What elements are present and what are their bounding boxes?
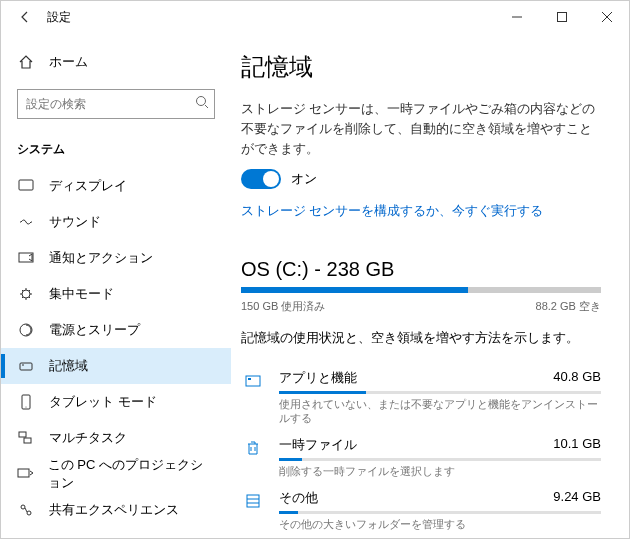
configure-sense-link[interactable]: ストレージ センサーを構成するか、今すぐ実行する [241,203,543,220]
storage-sense-toggle[interactable] [241,169,281,189]
sidebar-item-label: 記憶域 [49,357,88,375]
category-name: その他 [279,489,318,507]
category-size: 10.1 GB [553,436,601,454]
multitask-icon [17,430,35,446]
search-input[interactable] [17,89,215,119]
free-label: 88.2 GB 空き [536,299,601,314]
svg-rect-15 [246,376,260,386]
search-icon [195,95,209,109]
category-name: アプリと機能 [279,369,357,387]
svg-rect-9 [19,432,26,437]
storage-category-0[interactable]: アプリと機能40.8 GB 使用されていない、または不要なアプリと機能をアンイン… [241,361,601,428]
minimize-button[interactable] [494,1,539,33]
tablet-icon [17,394,35,410]
sidebar-item-6[interactable]: タブレット モード [1,384,231,420]
category-description: その他の大きいフォルダーを管理する [279,518,601,532]
arrow-left-icon [18,10,32,24]
svg-point-13 [27,511,31,515]
toggle-state-label: オン [291,170,317,188]
svg-rect-6 [20,363,32,370]
sidebar-item-label: ディスプレイ [49,177,127,195]
close-button[interactable] [584,1,629,33]
share-icon [17,502,35,518]
storage-icon [17,358,35,374]
category-label: システム [1,131,231,168]
svg-rect-11 [18,469,29,477]
category-size: 9.24 GB [553,489,601,507]
svg-rect-2 [19,180,33,190]
svg-point-1 [197,97,206,106]
sidebar-item-label: 通知とアクション [49,249,153,267]
display-icon [17,178,35,194]
maximize-button[interactable] [539,1,584,33]
drive-title: OS (C:) - 238 GB [241,258,601,281]
sidebar-item-label: この PC へのプロジェクション [48,456,215,492]
storage-category-3[interactable]: デスクトップ4.52 GB デスクトップ フォルダーを管理する [241,534,601,538]
sidebar: ホーム システム ディスプレイサウンド通知とアクション集中モード電源とスリープ記… [1,33,231,538]
category-description: 削除する一時ファイルを選択します [279,465,601,479]
svg-rect-17 [247,495,259,507]
svg-point-12 [21,505,25,509]
minimize-icon [512,12,522,22]
window-title: 設定 [47,9,71,26]
sidebar-item-10[interactable]: クリップボード [1,528,231,538]
back-button[interactable] [9,1,41,33]
category-size: 40.8 GB [553,369,601,387]
sidebar-item-7[interactable]: マルチタスク [1,420,231,456]
apps-icon [241,369,265,393]
storage-breakdown-description: 記憶域の使用状況と、空き領域を増やす方法を示します。 [241,330,601,347]
category-bar [279,391,601,394]
projection-icon [17,466,34,482]
used-label: 150 GB 使用済み [241,299,325,314]
focus-icon [17,286,35,302]
search-box[interactable] [17,89,215,119]
category-bar [279,458,601,461]
sidebar-item-3[interactable]: 集中モード [1,276,231,312]
sound-icon [17,214,35,230]
close-icon [602,12,612,22]
sidebar-item-4[interactable]: 電源とスリープ [1,312,231,348]
other-icon [241,489,265,513]
home-link[interactable]: ホーム [1,45,231,79]
sidebar-item-2[interactable]: 通知とアクション [1,240,231,276]
svg-point-5 [20,324,32,336]
sidebar-item-1[interactable]: サウンド [1,204,231,240]
sidebar-item-label: 集中モード [49,285,114,303]
sidebar-item-label: タブレット モード [49,393,157,411]
sidebar-item-label: 電源とスリープ [49,321,140,339]
svg-point-8 [26,407,27,408]
svg-rect-16 [248,378,251,380]
sidebar-item-label: マルチタスク [49,429,127,447]
sidebar-item-label: クリップボード [49,537,140,538]
category-description: 使用されていない、または不要なアプリと機能をアンインストールする [279,398,601,426]
notifications-icon [17,250,35,266]
page-title: 記憶域 [241,51,601,83]
sidebar-item-8[interactable]: この PC へのプロジェクション [1,456,231,492]
category-bar [279,511,601,514]
home-icon [17,54,35,70]
sidebar-item-label: 共有エクスペリエンス [49,501,179,519]
category-name: 一時ファイル [279,436,357,454]
power-icon [17,322,35,338]
main-panel: 記憶域 ストレージ センサーは、一時ファイルやごみ箱の内容などの不要なファイルを… [231,33,629,538]
storage-category-1[interactable]: 一時ファイル10.1 GB 削除する一時ファイルを選択します [241,428,601,481]
trash-icon [241,436,265,460]
svg-rect-10 [24,438,31,443]
sidebar-item-label: サウンド [49,213,101,231]
sidebar-item-5[interactable]: 記憶域 [1,348,231,384]
home-label: ホーム [49,53,88,71]
sidebar-item-0[interactable]: ディスプレイ [1,168,231,204]
storage-sense-description: ストレージ センサーは、一時ファイルやごみ箱の内容などの不要なファイルを削除して… [241,99,601,159]
svg-point-4 [22,290,30,298]
storage-category-2[interactable]: その他9.24 GB その他の大きいフォルダーを管理する [241,481,601,534]
sidebar-item-9[interactable]: 共有エクスペリエンス [1,492,231,528]
drive-usage-bar [241,287,601,293]
maximize-icon [557,12,567,22]
svg-rect-0 [557,13,566,22]
